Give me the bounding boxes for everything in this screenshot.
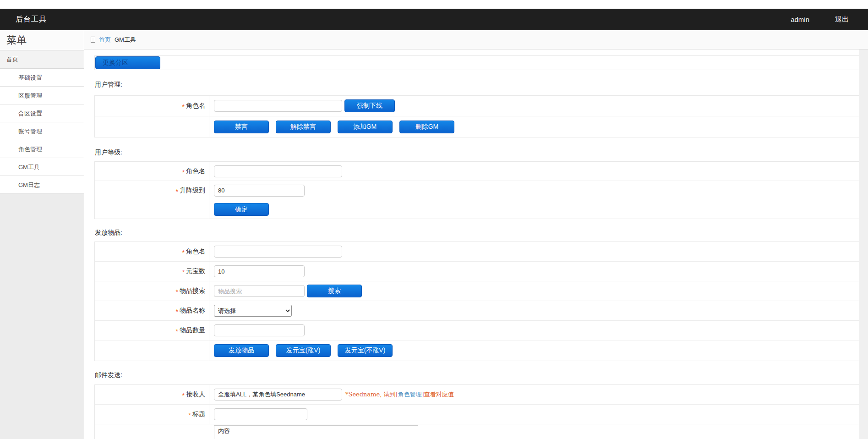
- role-name-input[interactable]: [214, 100, 342, 112]
- section-title-mail: 邮件发送:: [95, 371, 859, 379]
- item-search-input[interactable]: [214, 285, 305, 297]
- top-white-strip: [0, 0, 868, 9]
- item-qty-label: * 物品数量: [95, 321, 209, 340]
- role-manage-link[interactable]: 角色管理: [398, 391, 422, 398]
- unmute-button[interactable]: 解除禁言: [276, 121, 331, 133]
- table-row: * 物品搜索 搜索: [95, 281, 859, 301]
- table-row: * 接收人 *Seedname, 请到[角色管理]查看对应值: [95, 385, 859, 405]
- sidebar-item-account-manage[interactable]: 账号管理: [0, 122, 84, 140]
- role-name-label: * 角色名: [95, 242, 209, 261]
- user-level-table: * 角色名 * 升降级到: [94, 161, 859, 219]
- field-cell: *Seedname, 请到[角色管理]查看对应值: [209, 385, 859, 404]
- table-row: * 元宝数: [95, 262, 859, 281]
- table-row: * 物品数量: [95, 321, 859, 340]
- receiver-hint: *Seedname, 请到[角色管理]查看对应值: [345, 390, 454, 399]
- current-user[interactable]: admin: [791, 16, 809, 23]
- sidebar-item-gm-log[interactable]: GM日志: [0, 176, 84, 194]
- field-cell: 请选择: [209, 301, 859, 320]
- main-area: 首页 GM工具 更换分区 用户管理: * 角色名 强制下线: [84, 30, 868, 439]
- empty-label-cell: [95, 116, 209, 137]
- grant-yuanbao-vip-button[interactable]: 发元宝(涨V): [276, 344, 331, 357]
- table-row: 确定: [95, 200, 859, 219]
- table-row: 发放物品 发元宝(涨V) 发元宝(不涨V): [95, 340, 859, 361]
- receiver-input[interactable]: [214, 389, 342, 401]
- section-title-user-level: 用户等级:: [95, 148, 859, 156]
- yuanbao-count-label: * 元宝数: [95, 262, 209, 281]
- field-cell: 发放物品 发元宝(涨V) 发元宝(不涨V): [209, 340, 859, 361]
- table-row: * 角色名: [95, 162, 859, 181]
- role-name-label: * 角色名: [95, 162, 209, 181]
- app-title: 后台工具: [16, 15, 47, 24]
- content-panel: 更换分区 用户管理: * 角色名 强制下线: [84, 49, 859, 439]
- item-qty-input[interactable]: [214, 324, 305, 336]
- yuanbao-count-input[interactable]: [214, 265, 305, 277]
- grant-role-name-input[interactable]: [214, 246, 342, 258]
- grant-items-button[interactable]: 发放物品: [214, 344, 269, 357]
- top-navbar: 后台工具 admin 退出: [0, 9, 868, 30]
- table-row: 内容: [95, 424, 859, 439]
- user-manage-table: * 角色名 强制下线 禁言 解除禁言 添加GM 删除GM: [94, 95, 859, 137]
- field-cell: [209, 162, 859, 181]
- field-cell: [209, 242, 859, 261]
- sidebar-item-basic-settings[interactable]: 基础设置: [0, 69, 84, 87]
- role-name-label: * 角色名: [95, 96, 209, 116]
- field-cell: [209, 262, 859, 281]
- field-cell: 强制下线: [209, 96, 859, 116]
- empty-label-cell: [95, 200, 209, 219]
- grant-items-table: * 角色名 * 元宝数: [94, 241, 859, 361]
- level-to-label: * 升降级到: [95, 181, 209, 200]
- empty-label-cell: [95, 340, 209, 361]
- search-button[interactable]: 搜索: [307, 285, 362, 297]
- table-row: 禁言 解除禁言 添加GM 删除GM: [95, 116, 859, 137]
- mute-button[interactable]: 禁言: [214, 121, 269, 133]
- sidebar-item-role-manage[interactable]: 角色管理: [0, 140, 84, 158]
- breadcrumb-current: GM工具: [115, 36, 136, 44]
- mail-subject-input[interactable]: [214, 408, 307, 420]
- breadcrumb-home-link[interactable]: 首页: [99, 36, 111, 44]
- receiver-label: * 接收人: [95, 385, 209, 404]
- switch-partition-box: 更换分区: [94, 55, 859, 70]
- field-cell: 内容: [209, 424, 859, 439]
- field-cell: 搜索: [209, 281, 859, 301]
- add-gm-button[interactable]: 添加GM: [338, 121, 393, 133]
- force-offline-button[interactable]: 强制下线: [344, 99, 395, 112]
- mail-table: * 接收人 *Seedname, 请到[角色管理]查看对应值 * 标题: [94, 384, 859, 439]
- field-cell: [209, 405, 859, 424]
- table-row: * 角色名: [95, 242, 859, 262]
- required-mark: *: [182, 103, 185, 110]
- sidebar-item-gm-tools[interactable]: GM工具: [0, 158, 84, 176]
- section-title-user-manage: 用户管理:: [95, 80, 859, 88]
- sidebar-item-server-manage[interactable]: 区服管理: [0, 87, 84, 104]
- table-row: * 物品名称 请选择: [95, 301, 859, 321]
- table-row: * 升降级到: [95, 181, 859, 200]
- item-search-label: * 物品搜索: [95, 281, 209, 301]
- breadcrumb: 首页 GM工具: [84, 30, 868, 49]
- sidebar: 菜单 首页 基础设置 区服管理 合区设置 账号管理 角色管理 GM工具 GM日志: [0, 30, 84, 439]
- level-value-input[interactable]: [214, 185, 305, 197]
- field-cell: 确定: [209, 200, 859, 219]
- delete-gm-button[interactable]: 删除GM: [399, 121, 454, 133]
- item-name-label: * 物品名称: [95, 301, 209, 320]
- grant-yuanbao-novip-button[interactable]: 发元宝(不涨V): [338, 344, 393, 357]
- logout-link[interactable]: 退出: [835, 15, 849, 24]
- switch-partition-button[interactable]: 更换分区: [95, 56, 160, 69]
- page-icon: [91, 37, 95, 43]
- sidebar-header: 菜单: [0, 30, 84, 50]
- level-role-name-input[interactable]: [214, 165, 342, 177]
- mail-subject-label: * 标题: [95, 405, 209, 424]
- confirm-button[interactable]: 确定: [214, 203, 269, 216]
- mail-content-textarea[interactable]: 内容: [214, 425, 418, 439]
- navbar-right: admin 退出: [791, 15, 849, 24]
- field-cell: [209, 181, 859, 200]
- table-row: * 角色名 强制下线: [95, 96, 859, 116]
- sidebar-item-home[interactable]: 首页: [0, 50, 84, 69]
- item-name-select[interactable]: 请选择: [214, 305, 292, 317]
- sidebar-item-merge-settings[interactable]: 合区设置: [0, 104, 84, 122]
- field-cell: [209, 321, 859, 340]
- field-cell: 禁言 解除禁言 添加GM 删除GM: [209, 116, 859, 137]
- section-title-grant-items: 发放物品:: [95, 228, 859, 236]
- table-row: * 标题: [95, 405, 859, 424]
